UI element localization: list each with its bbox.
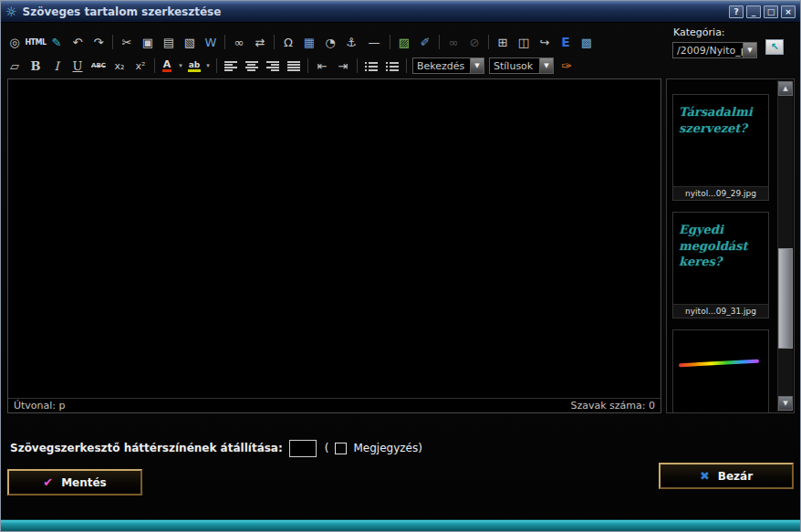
chevron-down-icon: ▼ (539, 58, 553, 73)
subscript-button[interactable]: x₂ (109, 57, 130, 75)
special-char-icon[interactable]: Ω (278, 33, 298, 51)
bold-button[interactable]: B (26, 57, 46, 75)
thumbnail-title: Egyedi megoldást keres? (679, 222, 763, 270)
italic-button[interactable]: I (47, 57, 67, 75)
remove-format-icon[interactable]: ▱ (5, 57, 25, 75)
align-left-button[interactable] (221, 57, 241, 75)
anchor-icon[interactable]: ⚓ (341, 33, 361, 51)
chevron-down-icon: ▼ (470, 58, 484, 73)
thumbnail-item[interactable] (672, 329, 769, 413)
window-title: Szöveges tartalom szerkesztése (23, 5, 222, 18)
unlink-icon[interactable]: ⊘ (464, 33, 484, 51)
numbered-list-button[interactable] (382, 57, 402, 75)
dialog-window: ☼ Szöveges tartalom szerkesztése ? _ □ ×… (0, 0, 801, 532)
category-label: Kategória: (673, 26, 725, 38)
thumbnail-item[interactable]: Egyedi megoldást keres? nyitol...09_31.j… (672, 212, 769, 318)
insert-image-icon[interactable]: ▨ (394, 33, 414, 51)
thumbnail-scribble-art (679, 360, 759, 368)
insert-date-icon[interactable]: ▦ (299, 33, 319, 51)
titlebar[interactable]: ☼ Szöveges tartalom szerkesztése ? _ □ × (1, 1, 800, 23)
scroll-thumb[interactable] (778, 248, 793, 349)
cleanup-icon[interactable]: ✎ (47, 33, 67, 51)
undo-icon[interactable]: ↶ (68, 33, 88, 51)
backcolor-letters: ab (188, 60, 202, 72)
chevron-down-icon: ▼ (743, 43, 756, 57)
outdent-button[interactable]: ⇤ (312, 57, 332, 75)
cut-icon[interactable]: ✂ (117, 33, 137, 51)
thumbnail-title: Társadalmi szervezet? (679, 104, 763, 136)
bgcolor-row: Szövegszerkesztő háttérszínének átállítá… (10, 437, 422, 459)
scroll-up-button[interactable]: ▲ (778, 81, 793, 96)
comment-label: Megjegyzés) (353, 442, 421, 454)
thumbnail-item[interactable]: Társadalmi szervezet? nyitol...09_29.jpg (672, 94, 769, 201)
toolbar-separator (154, 58, 155, 73)
table-props-icon[interactable]: ▩ (577, 33, 597, 51)
styles-select[interactable]: Stílusok ▼ (489, 57, 554, 74)
bullet-list-button[interactable] (361, 57, 381, 75)
strikethrough-button[interactable]: ABC (88, 57, 109, 75)
comment-checkbox[interactable] (335, 443, 347, 454)
superscript-button[interactable]: x² (130, 57, 151, 75)
paste-word-icon[interactable]: W (201, 33, 221, 51)
minimize-button[interactable]: _ (746, 5, 761, 18)
toolbar-separator (406, 58, 407, 73)
close-dialog-button[interactable]: ✖ Bezár (659, 463, 794, 489)
indent-button[interactable]: ⇥ (333, 57, 353, 75)
forecolor-button[interactable]: A (159, 57, 175, 75)
help-button[interactable]: ? (729, 5, 744, 18)
toolbar-separator (307, 58, 308, 73)
category-select[interactable]: /2009/Nyito_pro ▼ (672, 42, 757, 58)
maximize-button[interactable]: □ (764, 5, 778, 18)
duplicate-page-icon[interactable]: ◫ (514, 33, 534, 51)
underline-button[interactable]: U (68, 57, 88, 75)
styleprops-icon[interactable]: ✑ (557, 57, 577, 75)
paste-text-icon[interactable]: ▧ (180, 33, 200, 51)
app-icon: ☼ (5, 5, 17, 19)
save-button[interactable]: ✔ Mentés (7, 469, 142, 495)
paste-icon[interactable]: ▤ (159, 33, 179, 51)
insert-time-icon[interactable]: ◔ (320, 33, 340, 51)
insert-from-category-icon[interactable]: ↖ (765, 39, 784, 55)
preview-icon[interactable]: ◎ (5, 33, 25, 51)
paren-open: ( (325, 442, 329, 454)
toolbar-separator (274, 35, 275, 49)
bullet-list-icon (365, 61, 378, 71)
forecolor-dropdown-arrow[interactable]: ▾ (176, 57, 185, 75)
align-right-button[interactable] (263, 57, 283, 75)
thumbnail-scrollbar[interactable]: ▲ ▼ (777, 80, 793, 412)
toolbar-separator (357, 58, 358, 73)
toolbar-row-2: ▱ B I U ABC x₂ x² A ▾ ab ▾ ⇤ ⇥ Bekezdés … (5, 55, 577, 77)
export-page-icon[interactable]: ↪ (535, 33, 555, 51)
find-icon[interactable]: ∞ (229, 33, 249, 51)
thumbnail-image: Egyedi megoldást keres? (673, 213, 768, 304)
backcolor-dropdown-arrow[interactable]: ▾ (203, 57, 213, 75)
insert-table-icon[interactable]: ⊞ (493, 33, 513, 51)
find-replace-icon[interactable]: ⇄ (250, 33, 270, 51)
close-button[interactable]: × (781, 5, 796, 18)
html-source-button[interactable]: HTML (26, 33, 46, 51)
numbered-list-icon (386, 61, 399, 71)
thumbnail-panel: Társadalmi szervezet? nyitol...09_29.jpg… (666, 78, 795, 413)
scroll-down-button[interactable]: ▼ (778, 396, 793, 411)
horizontal-rule-icon[interactable]: — (362, 33, 386, 51)
backcolor-button[interactable]: ab (186, 57, 203, 75)
bgcolor-swatch[interactable] (289, 440, 317, 457)
forecolor-letter: A (162, 59, 172, 72)
align-center-button[interactable] (242, 57, 262, 75)
editor-canvas[interactable] (8, 79, 661, 398)
edit-html-icon[interactable]: ✐ (415, 33, 435, 51)
align-right-icon (266, 61, 279, 71)
paragraph-select-value: Bekezdés (413, 60, 470, 72)
thumbnail-caption: nyitol...09_29.jpg (673, 186, 768, 200)
align-justify-button[interactable] (284, 57, 304, 75)
redo-icon[interactable]: ↷ (88, 33, 109, 51)
toolbar-separator (216, 58, 217, 73)
emotions-icon[interactable]: E (556, 33, 576, 51)
toolbar-row-1: ◎ HTML ✎ ↶ ↷ ✂ ▣ ▤ ▧ W ∞ ⇄ Ω ▦ ◔ ⚓ — ▨ ✐… (5, 31, 597, 53)
toolbar-separator (488, 35, 489, 49)
paragraph-select[interactable]: Bekezdés ▼ (412, 57, 484, 74)
align-justify-icon (287, 61, 300, 71)
link-icon[interactable]: ∞ (443, 33, 463, 51)
align-center-icon (245, 61, 258, 71)
copy-icon[interactable]: ▣ (138, 33, 158, 51)
